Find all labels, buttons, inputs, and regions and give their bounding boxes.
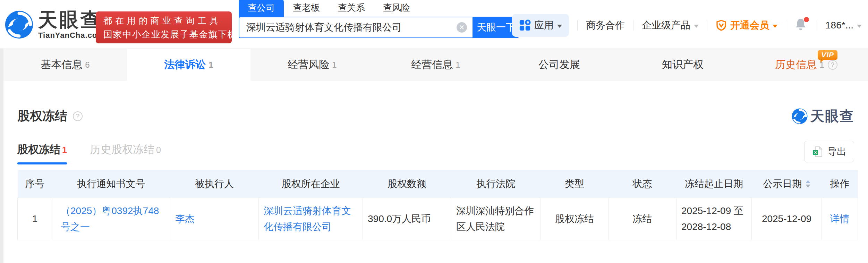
subtab-count: 1 — [62, 145, 67, 155]
tab-label: 历史信息 — [775, 58, 817, 72]
search-tab-risk[interactable]: 查风险 — [374, 0, 419, 17]
help-icon[interactable]: ? — [73, 111, 83, 121]
logo-text: 天眼查 TianYanCha.com — [38, 10, 104, 40]
detail-link[interactable]: 详情 — [830, 213, 850, 224]
logo-brand: 天眼查 — [38, 10, 104, 30]
col-notice-no: 执行通知书文号 — [52, 170, 170, 198]
account-phone: 186*... — [825, 20, 853, 31]
sort-icon[interactable] — [806, 180, 810, 188]
company-link[interactable]: 深圳云适骑射体育文化传播有限公司 — [264, 205, 351, 232]
logo-swirl-icon — [5, 10, 33, 39]
chevron-down-icon — [857, 25, 862, 28]
slogan-line2: 国家中小企业发展子基金旗下机构 — [103, 27, 224, 41]
slogan-banner: 都在用的商业查询工具 国家中小企业发展子基金旗下机构 — [96, 11, 232, 43]
watermark-swirl-icon — [792, 108, 808, 124]
apps-button[interactable]: 应用 — [512, 14, 569, 37]
tab-label: 法律诉讼 — [164, 58, 206, 72]
slogan-line1: 都在用的商业查询工具 — [103, 14, 224, 27]
search-tabs: 查公司 查老板 查关系 查风险 — [239, 1, 519, 17]
cell-publish-date: 2025-12-09 — [752, 198, 822, 240]
tab-count: 1 — [332, 60, 337, 70]
executee-link[interactable]: 李杰 — [175, 213, 195, 224]
subtab-history-equity-freeze[interactable]: 历史股权冻结0 — [90, 142, 161, 164]
tab-label: 基本信息 — [41, 58, 82, 72]
cell-action: 详情 — [822, 198, 858, 240]
tab-company-development[interactable]: 公司发展 — [497, 49, 621, 81]
cell-amount: 390.0万人民币 — [363, 198, 451, 240]
help-icon[interactable]: ? — [828, 60, 837, 70]
subtab-label: 股权冻结 — [17, 143, 60, 155]
cell-company: 深圳云适骑射体育文化传播有限公司 — [259, 198, 363, 240]
notifications-button[interactable] — [794, 18, 808, 33]
col-action: 操作 — [822, 170, 858, 198]
tab-business-info[interactable]: 经营信息 1 — [374, 49, 497, 81]
tianyancha-page: 天眼查 TianYanCha.com 都在用的商业查询工具 国家中小企业发展子基… — [0, 0, 868, 263]
watermark-text: 天眼查 — [810, 107, 854, 126]
col-publish-date-label: 公示日期 — [763, 177, 802, 190]
search-tab-company[interactable]: 查公司 — [239, 0, 284, 17]
open-member-menu[interactable]: 开通会员 — [716, 19, 777, 32]
search-tab-relation[interactable]: 查关系 — [329, 0, 374, 17]
col-status: 状态 — [609, 170, 676, 198]
cell-executee: 李杰 — [170, 198, 259, 240]
col-index: 序号 — [18, 170, 52, 198]
table-row: 1 （2025）粤0392执748号之一 李杰 深圳云适骑射体育文化传播有限公司… — [18, 198, 858, 240]
tab-count: 6 — [85, 60, 90, 70]
tab-intellectual-property[interactable]: 知识产权 — [621, 49, 744, 81]
search-input[interactable] — [239, 22, 457, 33]
divider — [707, 20, 707, 31]
vip-badge: VIP — [818, 50, 837, 60]
member-shield-icon — [716, 20, 727, 31]
col-period: 冻结起止日期 — [676, 170, 752, 198]
notification-dot — [804, 17, 809, 22]
app-grid-icon — [519, 19, 531, 31]
search-input-wrap: ✕ — [239, 17, 473, 38]
cell-notice-no: （2025）粤0392执748号之一 — [52, 198, 170, 240]
divider — [817, 20, 817, 31]
account-menu[interactable]: 186*... — [825, 20, 862, 31]
clear-search-icon[interactable]: ✕ — [457, 22, 467, 33]
watermark-logo: 天眼查 — [792, 107, 854, 126]
excel-icon: X — [812, 146, 823, 157]
col-type: 类型 — [541, 170, 609, 198]
search-tab-boss[interactable]: 查老板 — [284, 0, 329, 17]
enterprise-products-menu[interactable]: 企业级产品 — [642, 19, 699, 32]
enterprise-products-label: 企业级产品 — [642, 19, 690, 32]
divider — [577, 20, 578, 31]
search-box: ✕ 天眼一下 — [239, 17, 519, 38]
tab-operation-risk[interactable]: 经营风险 1 — [250, 49, 374, 81]
tab-label: 经营信息 — [411, 58, 453, 72]
business-coop-label: 商务合作 — [586, 19, 625, 32]
business-coop-link[interactable]: 商务合作 — [586, 19, 625, 32]
equity-freeze-table: 序号 执行通知书文号 被执行人 股权所在企业 股权数额 执行法院 类型 状态 冻… — [17, 170, 858, 240]
equity-freeze-card: 股权冻结 ? 天眼查 股权冻结1 历史股权冻结0 — [3, 81, 868, 263]
tab-legal-proceedings[interactable]: 法律诉讼 1 — [127, 49, 250, 81]
subtab-equity-freeze[interactable]: 股权冻结1 — [17, 142, 67, 164]
table-header-row: 序号 执行通知书文号 被执行人 股权所在企业 股权数额 执行法院 类型 状态 冻… — [18, 170, 858, 198]
tab-label: 知识产权 — [662, 58, 704, 72]
svg-text:X: X — [814, 150, 817, 155]
tab-count: 1 — [456, 60, 460, 70]
tab-count: 1 — [209, 60, 213, 70]
section-toolbar: 股权冻结1 历史股权冻结0 X 导出 — [17, 141, 854, 164]
logo-domain: TianYanCha.com — [38, 31, 104, 40]
cell-index: 1 — [18, 198, 52, 240]
section-title: 股权冻结 — [17, 108, 67, 125]
tab-label: 公司发展 — [538, 58, 580, 72]
chevron-down-icon — [694, 25, 699, 28]
chevron-down-icon — [557, 25, 562, 28]
tab-label: 经营风险 — [288, 58, 329, 72]
export-button[interactable]: X 导出 — [804, 141, 854, 162]
header-nav: 应用 商务合作 企业级产品 开通会员 — [512, 13, 862, 37]
tianyancha-logo[interactable]: 天眼查 TianYanCha.com — [5, 10, 104, 40]
subtab-count: 0 — [156, 145, 161, 155]
cell-period: 2025-12-09 至 2028-12-08 — [676, 198, 752, 240]
notice-no-link[interactable]: （2025）粤0392执748号之一 — [61, 205, 159, 232]
open-member-label: 开通会员 — [730, 19, 769, 32]
page-gutter — [0, 49, 3, 263]
tab-basic-info[interactable]: 基本信息 6 — [3, 49, 127, 81]
site-header: 天眼查 TianYanCha.com 都在用的商业查询工具 国家中小企业发展子基… — [0, 0, 868, 49]
tab-history-info[interactable]: VIP 历史信息 1 ? — [744, 49, 868, 81]
divider — [633, 20, 633, 31]
col-company: 股权所在企业 — [259, 170, 363, 198]
